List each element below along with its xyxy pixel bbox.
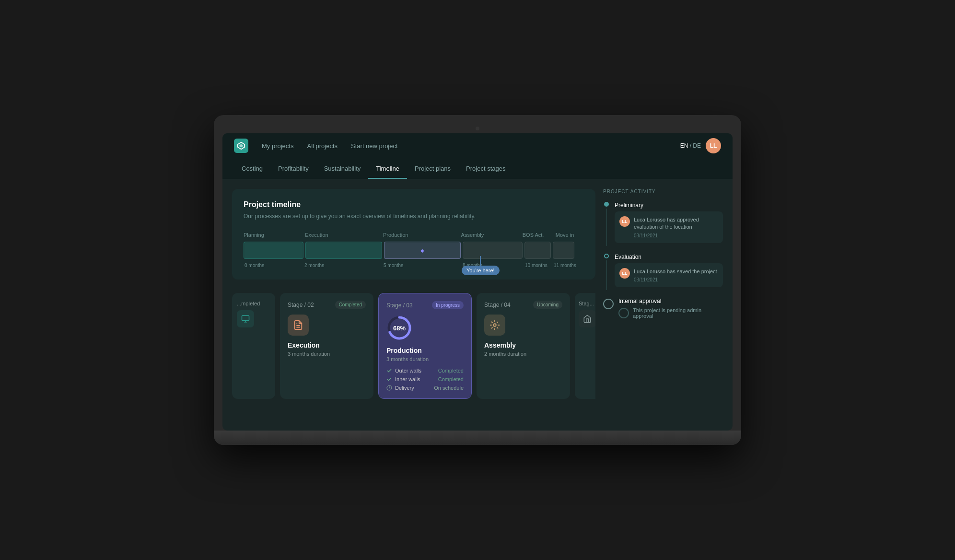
timeline-section: Project timeline Our processes are set u…	[232, 189, 595, 280]
bar-production	[384, 242, 461, 259]
evaluation-entry-header: LL Luca Lorusso has saved the project 03…	[619, 268, 718, 282]
month-5: 5 months	[384, 263, 463, 268]
label-planning: Planning	[244, 232, 305, 238]
preliminary-dot	[604, 202, 609, 207]
evaluation-entry-date: 03/11/2021	[634, 277, 717, 282]
month-2: 2 months	[304, 263, 384, 268]
stages-row: ...mpleted Stage / 02 Completed	[232, 293, 595, 399]
bar-movein	[553, 242, 574, 259]
pending-approval: This project is pending admin approval	[618, 307, 723, 319]
stage-03-progress-text: 68%	[393, 325, 406, 332]
logo[interactable]	[234, 139, 248, 153]
topnav-left: My projects All projects Start new proje…	[234, 139, 398, 153]
outer-walls-label: Outer walls	[386, 368, 421, 373]
my-projects-link[interactable]: My projects	[262, 142, 293, 150]
laptop-base	[214, 431, 741, 445]
bar-planning	[244, 242, 303, 259]
lang-en[interactable]: EN	[680, 142, 688, 149]
stage-05-icon	[579, 310, 595, 327]
timeline-title: Project timeline	[244, 200, 584, 209]
start-new-project-link[interactable]: Start new project	[351, 142, 398, 150]
svg-point-10	[493, 324, 496, 327]
you-are-here-badge: You're here!	[462, 266, 500, 275]
stage-03-label: Stage / 03	[386, 302, 413, 309]
evaluation-entry: LL Luca Lorusso has saved the project 03…	[615, 263, 723, 287]
preliminary-line	[606, 209, 607, 246]
stage-item-inner-walls: Inner walls Completed	[386, 376, 464, 382]
stage-02-card[interactable]: Stage / 02 Completed Execution 3 months …	[280, 293, 373, 399]
month-markers: 0 months 2 months 5 months 8 months 10 m…	[244, 263, 584, 268]
stage-item-outer-walls: Outer walls Completed	[386, 368, 464, 373]
evaluation-entry-text: Luca Lorusso has saved the project	[634, 268, 717, 275]
evaluation-entry-body: Luca Lorusso has saved the project 03/11…	[634, 268, 717, 282]
label-execution: Execution	[305, 232, 383, 238]
svg-marker-1	[239, 144, 243, 147]
main-layout: Project timeline Our processes are set u…	[222, 179, 733, 408]
stage-05-label-partial: Stag...	[579, 301, 595, 306]
activity-panel: PROJECT ACTIVITY Preliminary	[603, 189, 723, 399]
stage-01-card[interactable]: ...mpleted	[232, 293, 275, 399]
all-projects-link[interactable]: All projects	[307, 142, 338, 150]
stage-04-card[interactable]: Stage / 04 Upcoming Assembly 2 months du…	[477, 293, 570, 399]
tab-profitability[interactable]: Profitability	[270, 158, 316, 179]
tab-project-plans[interactable]: Project plans	[407, 158, 458, 179]
activity-evaluation: Evaluation LL Luca Lorusso has saved the…	[603, 254, 723, 290]
approval-title: Internal approval	[618, 298, 723, 304]
preliminary-content: Preliminary LL Luca Lorusso has approved…	[615, 202, 723, 246]
preliminary-entry: LL Luca Lorusso has approved evaluation …	[615, 211, 723, 243]
topnav-right: EN / DE LL	[680, 138, 721, 153]
preliminary-entry-text: Luca Lorusso has approved evaluation of …	[634, 216, 718, 231]
stage-03-items: Outer walls Completed Inner walls	[386, 368, 464, 391]
evaluation-avatar: LL	[619, 268, 630, 279]
activity-internal-approval: Internal approval This project is pendin…	[603, 298, 723, 319]
stage-02-duration: 3 months duration	[288, 351, 366, 357]
stage-03-card[interactable]: Stage / 03 In progress 68% Production	[378, 293, 472, 399]
stage-03-name: Production	[386, 347, 464, 354]
stage-04-header: Stage / 04 Upcoming	[484, 301, 562, 309]
tab-timeline[interactable]: Timeline	[368, 158, 407, 179]
stage-03-progress-ring: 68%	[386, 315, 412, 341]
lang-de[interactable]: DE	[693, 142, 701, 149]
evaluation-content: Evaluation LL Luca Lorusso has saved the…	[615, 254, 723, 290]
pending-circle	[618, 308, 629, 318]
month-0: 0 months	[245, 263, 304, 268]
approval-content: Internal approval This project is pendin…	[618, 298, 723, 319]
inner-walls-status: Completed	[438, 376, 464, 382]
label-production: Production	[383, 232, 461, 238]
tab-costing[interactable]: Costing	[234, 158, 270, 179]
month-11: 11 months	[554, 263, 576, 268]
tab-sustainability[interactable]: Sustainability	[316, 158, 369, 179]
evaluation-dot	[604, 254, 609, 258]
tab-project-stages[interactable]: Project stages	[458, 158, 513, 179]
stage-item-delivery: Delivery On schedule	[386, 385, 464, 391]
timeline-description: Our processes are set up to give you an …	[244, 212, 584, 221]
stage-03-badge: In progress	[432, 301, 464, 309]
preliminary-entry-date: 03/11/2021	[634, 233, 718, 238]
timeline-bars: You're here!	[244, 242, 584, 259]
stage-05-card[interactable]: Stag...	[575, 293, 595, 399]
pending-text: This project is pending admin approval	[633, 307, 723, 319]
stage-02-header: Stage / 02 Completed	[288, 301, 366, 309]
inner-walls-label: Inner walls	[386, 376, 420, 382]
stage-02-icon	[288, 315, 309, 336]
delivery-label: Delivery	[386, 385, 414, 391]
timeline-bar-labels: Planning Execution Production Assembly B…	[244, 232, 584, 238]
bar-assembly	[463, 242, 523, 259]
evaluation-dot-col	[603, 254, 610, 290]
svg-rect-2	[242, 315, 249, 321]
evaluation-title: Evaluation	[615, 254, 723, 260]
topnav: My projects All projects Start new proje…	[222, 133, 733, 158]
stage-02-name: Execution	[288, 341, 366, 349]
approval-dot	[603, 299, 614, 309]
stage-03-duration: 3 months duration	[386, 356, 464, 362]
preliminary-title: Preliminary	[615, 202, 723, 209]
stage-03-header: Stage / 03 In progress	[386, 301, 464, 309]
stage-01-label: ...mpleted	[237, 301, 270, 306]
preliminary-entry-body: Luca Lorusso has approved evaluation of …	[634, 216, 718, 238]
activity-preliminary: Preliminary LL Luca Lorusso has approved…	[603, 202, 723, 246]
avatar[interactable]: LL	[706, 138, 721, 153]
preliminary-dot-col	[603, 202, 610, 246]
language-switcher[interactable]: EN / DE	[680, 142, 701, 149]
activity-panel-title: PROJECT ACTIVITY	[603, 189, 723, 194]
label-movein: Move in	[556, 232, 584, 238]
